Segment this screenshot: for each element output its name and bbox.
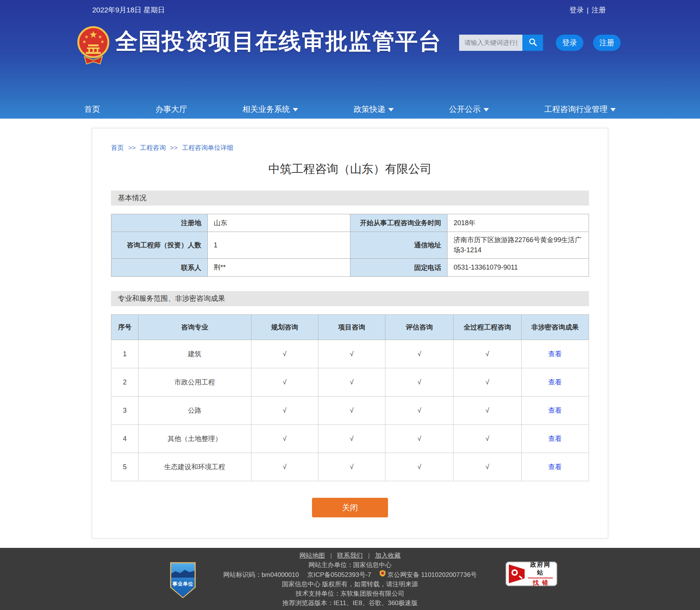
col-major: 咨询专业 bbox=[138, 315, 251, 340]
topbar-login-link[interactable]: 登录 bbox=[569, 6, 584, 14]
search-box bbox=[459, 35, 543, 51]
cell-major: 市政公用工程 bbox=[138, 368, 251, 396]
cell-check: √ bbox=[318, 396, 385, 425]
cell-check: √ bbox=[251, 425, 318, 453]
value-address: 济南市历下区旅游路22766号黄金99生活广场3-1214 bbox=[447, 232, 589, 259]
public-institution-badge-label: 事业单位 bbox=[171, 581, 195, 587]
table-header-row: 序号 咨询专业 规划咨询 项目咨询 评估咨询 全过程工程咨询 非涉密咨询成果 bbox=[111, 315, 589, 340]
nav-item-home[interactable]: 首页 bbox=[84, 104, 100, 114]
footer-link-separator: | bbox=[368, 552, 370, 559]
site-code-text: 网站标识码：bm04000010 bbox=[223, 571, 299, 578]
nav-item-public-notice[interactable]: 公开公示 bbox=[449, 104, 489, 114]
cell-check: √ bbox=[318, 425, 385, 453]
cell-no: 2 bbox=[111, 368, 138, 396]
page-root: 2022年9月18日 星期日 登录|注册 bbox=[0, 0, 700, 538]
cell-check: √ bbox=[453, 425, 521, 453]
site-title: 全国投资项目在线审批监管平台 bbox=[115, 26, 442, 57]
nav-item-consulting-admin[interactable]: 工程咨询行业管理 bbox=[544, 104, 616, 114]
error-report-badge-text: 政府网站 找错 bbox=[527, 561, 554, 587]
top-utility-bar: 2022年9月18日 星期日 登录|注册 bbox=[0, 0, 700, 15]
error-report-badge-line1: 政府网站 bbox=[527, 561, 554, 577]
table-row: 3 公路 √ √ √ √ 查看 bbox=[111, 396, 589, 425]
value-phone: 0531-13361079-9011 bbox=[447, 259, 589, 277]
header-actions: 登录 注册 bbox=[459, 35, 621, 51]
cell-no: 5 bbox=[111, 453, 138, 481]
cell-check: √ bbox=[453, 368, 521, 396]
breadcrumb: 首页 >> 工程咨询 >> 工程咨询单位详细 bbox=[111, 143, 589, 152]
table-row: 咨询工程师（投资）人数 1 通信地址 济南市历下区旅游路22766号黄金99生活… bbox=[111, 232, 589, 259]
breadcrumb-home-link[interactable]: 首页 bbox=[111, 144, 124, 151]
breadcrumb-consulting-link[interactable]: 工程咨询 bbox=[140, 144, 166, 151]
cell-major: 生态建设和环境工程 bbox=[138, 453, 251, 481]
close-button[interactable]: 关闭 bbox=[312, 498, 388, 517]
cell-check: √ bbox=[318, 453, 385, 481]
great-wall-icon bbox=[171, 568, 195, 578]
col-whole-process: 全过程工程咨询 bbox=[453, 315, 521, 340]
cell-check: √ bbox=[318, 368, 385, 396]
search-input[interactable] bbox=[459, 35, 522, 51]
label-phone: 固定电话 bbox=[350, 259, 447, 277]
error-report-badge-line2: 找错 bbox=[527, 579, 554, 587]
gov-site-error-report-badge[interactable]: 政府网站 找错 bbox=[505, 561, 557, 586]
magnifier-icon bbox=[511, 569, 518, 576]
breadcrumb-detail-link[interactable]: 工程咨询单位详细 bbox=[182, 144, 233, 151]
view-link[interactable]: 查看 bbox=[548, 463, 562, 471]
police-badge-icon bbox=[379, 570, 386, 580]
sitemap-link[interactable]: 网站地图 bbox=[300, 552, 325, 559]
breadcrumb-separator: >> bbox=[170, 144, 178, 151]
footer-tech-line: 技术支持单位：东软集团股份有限公司 bbox=[0, 589, 700, 598]
cell-check: √ bbox=[385, 368, 453, 396]
view-link[interactable]: 查看 bbox=[548, 435, 562, 442]
cell-view: 查看 bbox=[521, 453, 589, 481]
nav-item-label: 工程咨询行业管理 bbox=[544, 104, 607, 114]
company-title: 中筑工程咨询（山东）有限公司 bbox=[111, 161, 589, 177]
section-basic-info: 基本情况 bbox=[111, 191, 589, 206]
main-nav: 首页 办事大厅 相关业务系统 政策快递 公开公示 工程咨询行业管理 bbox=[0, 100, 700, 119]
cell-no: 1 bbox=[111, 340, 138, 368]
cell-check: √ bbox=[251, 340, 318, 368]
topbar-register-link[interactable]: 注册 bbox=[592, 6, 606, 14]
error-report-flag-icon bbox=[509, 564, 525, 583]
label-contact: 联系人 bbox=[111, 259, 208, 277]
cell-check: √ bbox=[453, 340, 521, 368]
nav-item-service-hall[interactable]: 办事大厅 bbox=[155, 104, 187, 114]
chevron-down-icon bbox=[610, 108, 616, 111]
cell-no: 4 bbox=[111, 425, 138, 453]
nav-item-related-systems[interactable]: 相关业务系统 bbox=[242, 104, 298, 114]
icp-text: 京ICP备05052393号-7 bbox=[307, 571, 371, 578]
view-link[interactable]: 查看 bbox=[548, 350, 562, 358]
nav-item-label: 办事大厅 bbox=[155, 104, 187, 114]
error-report-badge-divider bbox=[528, 578, 553, 578]
table-row: 注册地 山东 开始从事工程咨询业务时间 2018年 bbox=[111, 214, 589, 232]
section-services: 专业和服务范围、非涉密咨询成果 bbox=[111, 291, 589, 306]
nav-item-label: 相关业务系统 bbox=[242, 104, 290, 114]
nav-item-policy-express[interactable]: 政策快递 bbox=[354, 104, 394, 114]
cell-view: 查看 bbox=[521, 396, 589, 425]
chevron-down-icon bbox=[388, 108, 394, 111]
register-button[interactable]: 注册 bbox=[593, 35, 621, 51]
view-link[interactable]: 查看 bbox=[548, 378, 562, 386]
favorite-link[interactable]: 加入收藏 bbox=[375, 552, 400, 559]
site-footer: 事业单位 政府网站 找错 网站地图|联系我们|加入收藏 网站主办单位：国家信息中… bbox=[0, 548, 700, 610]
chevron-down-icon bbox=[293, 108, 298, 111]
view-link[interactable]: 查看 bbox=[548, 407, 562, 414]
nav-item-label: 公开公示 bbox=[449, 104, 481, 114]
footer-browser-line: 推荐浏览器版本：IE11、IE8、谷歌、360极速版 bbox=[0, 598, 700, 608]
contact-link[interactable]: 联系我们 bbox=[337, 552, 363, 559]
login-button[interactable]: 登录 bbox=[556, 35, 583, 51]
label-address: 通信地址 bbox=[350, 232, 447, 259]
cell-check: √ bbox=[453, 396, 521, 425]
footer-links-row: 网站地图|联系我们|加入收藏 bbox=[0, 551, 700, 560]
cell-view: 查看 bbox=[521, 340, 589, 368]
value-start-year: 2018年 bbox=[447, 214, 589, 232]
topbar-separator: | bbox=[587, 6, 589, 14]
breadcrumb-separator: >> bbox=[128, 144, 136, 151]
table-row: 4 其他（土地整理） √ √ √ √ 查看 bbox=[111, 425, 589, 453]
services-table: 序号 咨询专业 规划咨询 项目咨询 评估咨询 全过程工程咨询 非涉密咨询成果 1… bbox=[111, 314, 589, 481]
table-row: 2 市政公用工程 √ √ √ √ 查看 bbox=[111, 368, 589, 396]
police-record-text: 京公网安备 11010202007736号 bbox=[387, 570, 477, 580]
col-results: 非涉密咨询成果 bbox=[521, 315, 589, 340]
content-card: 首页 >> 工程咨询 >> 工程咨询单位详细 中筑工程咨询（山东）有限公司 基本… bbox=[92, 128, 608, 538]
label-engineer-count: 咨询工程师（投资）人数 bbox=[111, 232, 208, 259]
search-button[interactable] bbox=[522, 35, 543, 51]
